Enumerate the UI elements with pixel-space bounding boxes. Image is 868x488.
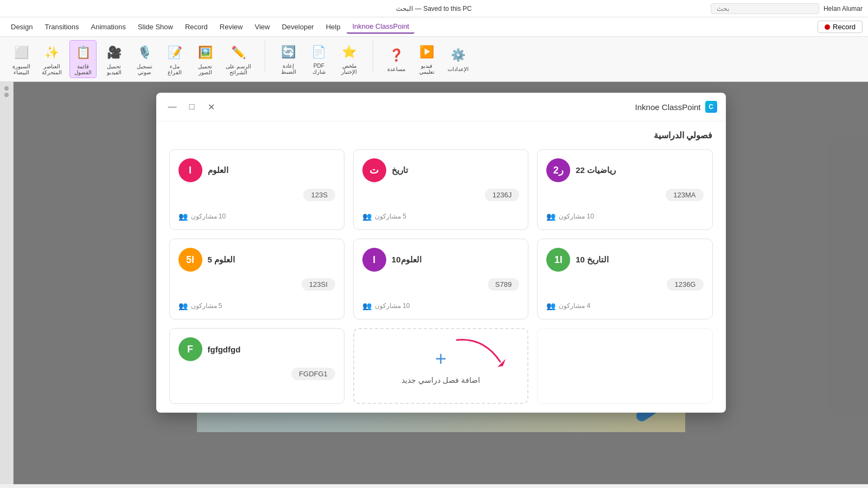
ribbon-group-tools: ⭐ ملخصالإختبار 📄 PDFشارك 🔄 إعادةالضبط: [276, 40, 362, 77]
modal-close-button[interactable]: ✕: [204, 99, 219, 114]
class-name: رياضيات 22: [576, 165, 616, 175]
menu-transitions[interactable]: Transitions: [39, 21, 84, 33]
class-name: تاريخ: [392, 165, 408, 175]
participants-count: 10 مشاركون: [191, 213, 226, 220]
class-code: FGDFG1: [291, 368, 335, 380]
record-button[interactable]: Record: [818, 21, 863, 33]
menu-design[interactable]: Design: [5, 21, 38, 33]
modal-controls: — □ ✕: [165, 99, 219, 114]
class-participants: 5 مشاركون 👥: [362, 208, 519, 221]
class-card-header: fgfgdfgd F: [178, 337, 335, 361]
titlebar: البحث — Saved to this PC Helan Alumar: [0, 0, 868, 17]
participants-icon: 👥: [546, 301, 556, 310]
participants-count: 4 مشاركون: [559, 302, 590, 310]
ribbon-btn-reset[interactable]: 🔄 إعادةالضبط: [276, 40, 302, 77]
menu-classpoint[interactable]: Inknoe ClassPoint: [347, 20, 414, 34]
class-card-science[interactable]: العلوم I 123S 10 مشاركون 👥: [169, 149, 344, 230]
class-grid: رياضيات 22 ر2 123MA 10 مشاركون 👥: [169, 149, 713, 404]
ribbon-btn-classlist[interactable]: 📋 قائمةالفصول: [69, 40, 97, 78]
participants-count: 10 مشاركون: [559, 213, 594, 220]
class-card-history[interactable]: تاريخ ت 1236J 5 مشاركون 👥: [353, 149, 528, 230]
menu-animations[interactable]: Animations: [86, 21, 131, 33]
add-class-card[interactable]: + اضافة فصل دراسي جديد: [353, 328, 528, 404]
class-avatar: I: [178, 158, 202, 182]
class-code: 123MA: [666, 189, 703, 201]
add-class-arrow: [451, 335, 516, 373]
ribbon-btn-fill[interactable]: 📝 ملءالفراغ: [162, 41, 188, 78]
ribbon: ✏️ الرسم علىالشرائح 🖼️ تحميلالصور 📝 ملءا…: [0, 37, 868, 82]
add-class-label: اضافة فصل دراسي جديد: [401, 376, 480, 384]
ribbon-btn-animated[interactable]: ✨ العناصرالمتحركة: [39, 41, 65, 78]
ribbon-group-settings: ⚙️ الإعدادات ▶️ فيديوتعليمي ❓ مساعدة: [384, 40, 472, 77]
whiteboard-icon: ⬜: [11, 43, 31, 62]
class-code: 1236G: [667, 278, 703, 291]
class-card-header: العلوم 5 5I: [178, 248, 335, 272]
quiz-label: ملخصالإختبار: [341, 63, 357, 75]
class-card-science5[interactable]: العلوم 5 5I 123SI 5 مشاركون 👥: [169, 239, 344, 319]
class-avatar: I: [362, 248, 386, 272]
participants-icon: 👥: [362, 212, 372, 221]
menu-slideshow[interactable]: Slide Show: [132, 21, 178, 33]
video-icon: 🎥: [104, 43, 124, 62]
reset-label: إعادةالضبط: [281, 63, 296, 75]
classlist-label: قائمةالفصول: [74, 63, 92, 75]
help-label: مساعدة: [387, 66, 405, 72]
ribbon-divider-1: [265, 40, 265, 73]
class-card-header: التاريخ 10 1I: [546, 248, 703, 272]
ribbon-btn-audio[interactable]: 🎙️ تسجيلصوتي: [131, 41, 157, 78]
modal-minimize-button[interactable]: —: [165, 99, 180, 114]
class-card-science10[interactable]: العلوم10 I S789 10 مشاركون 👥: [353, 239, 528, 319]
images-label: تحميلالصور: [198, 63, 212, 75]
menu-developer[interactable]: Developer: [276, 21, 319, 33]
ribbon-btn-video[interactable]: 🎥 تحميلالفيديو: [101, 41, 127, 78]
class-code: 123S: [303, 189, 335, 201]
modal-maximize-button[interactable]: □: [184, 99, 200, 114]
participants-icon: 👥: [546, 212, 556, 221]
ribbon-btn-pdf[interactable]: 📄 PDFشارك: [306, 40, 332, 77]
ribbon-btn-help[interactable]: ❓ مساعدة: [384, 43, 410, 74]
modal-overlay: — □ ✕ Inknoe ClassPoint C فصولي الدراسية: [14, 82, 868, 484]
slide-thumbnails-panel: [0, 82, 14, 484]
modal-logo-icon: C: [705, 101, 717, 113]
ribbon-btn-settings[interactable]: ⚙️ الإعدادات: [444, 43, 472, 74]
tutorial-icon: ▶️: [417, 42, 437, 62]
titlebar-title: البحث — Saved to this PC: [396, 5, 471, 12]
whiteboard-label: السبورةالبيضاء: [12, 63, 30, 75]
animated-icon: ✨: [42, 43, 62, 62]
class-code: 123SI: [302, 278, 335, 291]
draw-label: الرسم علىالشرائح: [226, 63, 251, 75]
class-name: التاريخ 10: [576, 255, 609, 265]
participants-icon: 👥: [178, 301, 188, 310]
class-name: العلوم 5: [208, 255, 235, 265]
ribbon-btn-whiteboard[interactable]: ⬜ السبورةالبيضاء: [8, 41, 34, 78]
class-card-math22[interactable]: رياضيات 22 ر2 123MA 10 مشاركون 👥: [537, 149, 712, 230]
class-card-fgfg[interactable]: fgfgdfgd F FGDFG1: [169, 328, 344, 404]
modal-section-title: فصولي الدراسية: [169, 130, 713, 140]
ribbon-btn-images[interactable]: 🖼️ تحميلالصور: [192, 41, 218, 78]
ribbon-btn-draw[interactable]: ✏️ الرسم علىالشرائح: [222, 41, 254, 78]
participants-count: 5 مشاركون: [191, 302, 222, 310]
menu-help[interactable]: Help: [321, 21, 346, 33]
classpoint-modal: — □ ✕ Inknoe ClassPoint C فصولي الدراسية: [156, 93, 726, 413]
modal-body: فصولي الدراسية رياضيات 22 ر2 123MA: [156, 121, 726, 413]
participants-count: 5 مشاركون: [375, 213, 406, 220]
class-participants: 10 مشاركون 👥: [546, 208, 703, 221]
user-name: Helan Alumar: [824, 5, 863, 12]
search-input[interactable]: [711, 3, 819, 14]
class-card-header: العلوم10 I: [362, 248, 519, 272]
fill-icon: 📝: [165, 43, 184, 62]
class-code: S789: [488, 278, 519, 291]
class-avatar: ر2: [546, 158, 570, 182]
menu-review[interactable]: Review: [214, 21, 248, 33]
ribbon-btn-quiz[interactable]: ⭐ ملخصالإختبار: [336, 40, 362, 77]
menu-view[interactable]: View: [249, 21, 275, 33]
record-button-label: Record: [833, 23, 856, 31]
help-icon: ❓: [387, 46, 406, 65]
reset-icon: 🔄: [279, 42, 298, 62]
class-card-header: العلوم I: [178, 158, 335, 182]
record-dot-icon: [825, 24, 830, 30]
class-card-history10[interactable]: التاريخ 10 1I 1236G 4 مشاركون 👥: [537, 239, 712, 319]
ribbon-btn-tutorial[interactable]: ▶️ فيديوتعليمي: [414, 40, 440, 77]
class-name: fgfgdfgd: [208, 345, 241, 354]
menu-record[interactable]: Record: [180, 21, 213, 33]
